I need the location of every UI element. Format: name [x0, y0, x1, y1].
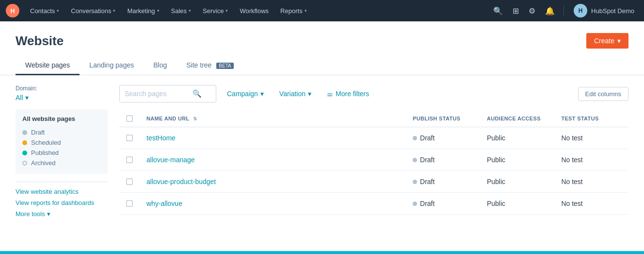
filter-icon: ⚌	[327, 90, 333, 98]
row-status: Draft	[406, 171, 480, 193]
row-checkbox[interactable]	[126, 200, 133, 207]
chevron-down-icon: ▾	[305, 8, 307, 13]
domain-all-selector[interactable]: All ▾	[16, 94, 108, 102]
nav-item-conversations[interactable]: Conversations ▾	[66, 5, 120, 17]
page-filter-section: All website pages Draft Scheduled Publis…	[16, 109, 108, 174]
bottom-accent-bar	[0, 251, 644, 254]
variation-filter[interactable]: Variation ▾	[274, 87, 316, 101]
search-input[interactable]	[125, 90, 193, 98]
chevron-down-icon: ▾	[260, 90, 264, 98]
search-icon[interactable]: 🔍	[490, 3, 506, 18]
filter-scheduled[interactable]: Scheduled	[22, 137, 101, 148]
edit-columns-button[interactable]: Edit columns	[578, 87, 628, 101]
campaign-filter[interactable]: Campaign ▾	[222, 87, 269, 101]
tab-landing-pages[interactable]: Landing pages	[80, 56, 144, 75]
draft-dot	[22, 130, 27, 135]
more-filters-button[interactable]: ⚌ More filters	[322, 87, 374, 101]
page-title: Website	[16, 34, 64, 49]
nav-item-workflows[interactable]: Workflows	[235, 5, 274, 17]
row-status: Draft	[406, 127, 480, 149]
table-row: why-allovue Draft Public No test	[119, 193, 628, 215]
col-header-name: NAME AND URL ⇅	[140, 110, 406, 127]
tabs-row: Website pages Landing pages Blog Site tr…	[0, 56, 644, 75]
search-icon[interactable]: 🔍	[193, 89, 202, 98]
toolbar: 🔍 Campaign ▾ Variation ▾ ⚌ More filters …	[119, 85, 628, 102]
row-audience: Public	[480, 149, 554, 171]
row-test-status: No test	[554, 171, 628, 193]
page-name-link[interactable]: why-allovue	[146, 200, 182, 207]
notifications-icon[interactable]: 🔔	[542, 3, 558, 18]
section-title: All website pages	[22, 115, 101, 122]
row-checkbox[interactable]	[126, 135, 133, 141]
col-header-test: TEST STATUS	[554, 110, 628, 127]
row-status: Draft	[406, 193, 480, 215]
row-checkbox-cell[interactable]	[119, 127, 140, 149]
published-dot	[22, 151, 27, 155]
chevron-down-icon: ▾	[57, 8, 59, 13]
tab-site-tree[interactable]: Site tree BETA	[177, 56, 243, 75]
nav-item-sales[interactable]: Sales ▾	[166, 5, 196, 17]
row-page-name: testHome	[140, 127, 406, 149]
settings-icon[interactable]: ⚙	[526, 3, 538, 18]
sort-icon[interactable]: ⇅	[193, 116, 197, 121]
search-box[interactable]: 🔍	[119, 85, 216, 102]
row-page-name: allovue-manage	[140, 149, 406, 171]
main-content: Domain: All ▾ All website pages Draft Sc…	[0, 75, 644, 227]
chevron-down-icon: ▾	[189, 8, 191, 13]
status-dot	[413, 202, 417, 206]
col-header-status: PUBLISH STATUS	[406, 110, 480, 127]
view-reports-link[interactable]: View reports for dashboards	[16, 199, 108, 206]
tab-website-pages[interactable]: Website pages	[16, 56, 80, 75]
row-checkbox-cell[interactable]	[119, 171, 140, 193]
hubspot-logo[interactable]: H	[6, 4, 19, 17]
header-checkbox[interactable]	[119, 110, 140, 127]
filter-published[interactable]: Published	[22, 148, 101, 158]
table-header-row: NAME AND URL ⇅ PUBLISH STATUS AUDIENCE A…	[119, 110, 628, 127]
user-menu[interactable]: H HubSpot Demo	[570, 2, 638, 19]
filter-archived[interactable]: Archived	[22, 158, 101, 168]
avatar: H	[574, 4, 587, 17]
username-label: HubSpot Demo	[591, 7, 634, 15]
filter-draft[interactable]: Draft	[22, 127, 101, 137]
nav-item-reports[interactable]: Reports ▾	[275, 5, 312, 17]
row-audience: Public	[480, 193, 554, 215]
nav-item-marketing[interactable]: Marketing ▾	[122, 5, 164, 17]
grid-icon[interactable]: ⊞	[510, 3, 522, 18]
scheduled-dot	[22, 140, 27, 145]
page-header: Website Create ▾	[0, 21, 644, 49]
select-all-checkbox[interactable]	[126, 115, 133, 122]
sidebar: Domain: All ▾ All website pages Draft Sc…	[16, 85, 108, 218]
row-test-status: No test	[554, 127, 628, 149]
table-row: allovue-manage Draft Public No test	[119, 149, 628, 171]
svg-text:H: H	[10, 8, 15, 15]
beta-badge: BETA	[216, 63, 233, 69]
page-name-link[interactable]: allovue-product-budget	[146, 178, 216, 186]
table-row: testHome Draft Public No test	[119, 127, 628, 149]
table-area: 🔍 Campaign ▾ Variation ▾ ⚌ More filters …	[119, 85, 628, 218]
create-button[interactable]: Create ▾	[586, 33, 628, 49]
page-name-link[interactable]: testHome	[146, 134, 176, 142]
page-name-link[interactable]: allovue-manage	[146, 156, 195, 164]
nav-item-service[interactable]: Service ▾	[198, 5, 233, 17]
row-checkbox[interactable]	[126, 178, 133, 185]
row-status: Draft	[406, 149, 480, 171]
view-analytics-link[interactable]: View website analytics	[16, 188, 108, 195]
tab-blog[interactable]: Blog	[144, 56, 177, 75]
row-test-status: No test	[554, 149, 628, 171]
row-audience: Public	[480, 127, 554, 149]
chevron-down-icon: ▾	[47, 210, 50, 218]
more-tools-dropdown[interactable]: More tools ▾	[16, 210, 108, 218]
row-checkbox[interactable]	[126, 156, 133, 163]
nav-item-contacts[interactable]: Contacts ▾	[25, 5, 64, 17]
row-checkbox-cell[interactable]	[119, 193, 140, 215]
status-dot	[413, 136, 417, 140]
domain-label: Domain:	[16, 85, 108, 92]
row-page-name: why-allovue	[140, 193, 406, 215]
status-dot	[413, 180, 417, 184]
chevron-down-icon: ▾	[25, 94, 29, 102]
row-test-status: No test	[554, 193, 628, 215]
chevron-down-icon: ▾	[157, 8, 160, 13]
nav-divider	[564, 5, 564, 16]
status-dot	[413, 158, 417, 162]
row-checkbox-cell[interactable]	[119, 149, 140, 171]
